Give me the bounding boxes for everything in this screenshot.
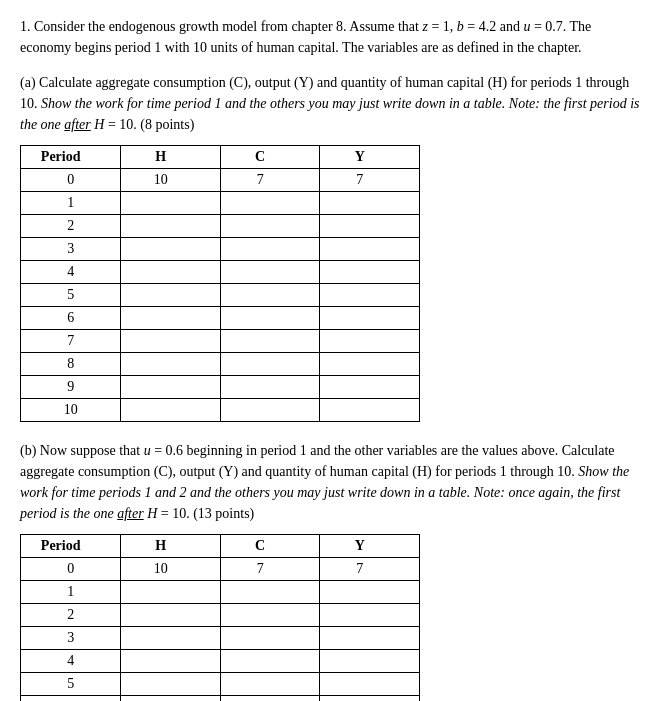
table-row: 7 — [21, 330, 420, 353]
cell-c: 7 — [220, 169, 320, 192]
cell-c — [220, 650, 320, 673]
table-row: 1 — [21, 192, 420, 215]
cell-y — [320, 192, 420, 215]
col-header-Y: Y — [320, 535, 420, 558]
col-header-H: H — [121, 535, 221, 558]
table-row: 4 — [21, 650, 420, 673]
cell-c — [220, 376, 320, 399]
cell-period: 3 — [21, 627, 121, 650]
cell-period: 2 — [21, 604, 121, 627]
part-a-table: Period H C Y 0107712345678910 — [20, 145, 420, 422]
cell-y — [320, 604, 420, 627]
col-header-period: Period — [21, 535, 121, 558]
cell-h — [121, 215, 221, 238]
cell-h — [121, 581, 221, 604]
cell-period: 4 — [21, 261, 121, 284]
col-header-H: H — [121, 146, 221, 169]
cell-h — [121, 673, 221, 696]
cell-period: 1 — [21, 581, 121, 604]
cell-y — [320, 284, 420, 307]
table-row: 6 — [21, 696, 420, 702]
cell-y — [320, 307, 420, 330]
table-row: 8 — [21, 353, 420, 376]
cell-period: 1 — [21, 192, 121, 215]
col-header-C: C — [220, 146, 320, 169]
table-row: 9 — [21, 376, 420, 399]
part-b-text: (b) Now suppose that u = 0.6 beginning i… — [20, 440, 643, 524]
part-b-table: Period H C Y 010771234567 — [20, 534, 420, 701]
cell-c — [220, 261, 320, 284]
col-header-period: Period — [21, 146, 121, 169]
table-row: 2 — [21, 215, 420, 238]
cell-h — [121, 696, 221, 702]
table-row: 2 — [21, 604, 420, 627]
col-header-C: C — [220, 535, 320, 558]
part-a-text: (a) Calculate aggregate consumption (C),… — [20, 72, 643, 135]
col-header-Y: Y — [320, 146, 420, 169]
cell-period: 3 — [21, 238, 121, 261]
table-row: 5 — [21, 284, 420, 307]
table-header-row: Period H C Y — [21, 535, 420, 558]
cell-period: 4 — [21, 650, 121, 673]
cell-c: 7 — [220, 558, 320, 581]
part-a-section: (a) Calculate aggregate consumption (C),… — [20, 72, 643, 422]
table-row: 01077 — [21, 558, 420, 581]
table-row: 1 — [21, 581, 420, 604]
cell-c — [220, 238, 320, 261]
table-row: 5 — [21, 673, 420, 696]
cell-h — [121, 238, 221, 261]
cell-y — [320, 399, 420, 422]
table-header-row: Period H C Y — [21, 146, 420, 169]
cell-c — [220, 284, 320, 307]
cell-y — [320, 673, 420, 696]
cell-h — [121, 627, 221, 650]
cell-period: 5 — [21, 673, 121, 696]
part-b-label: (b) Now suppose that u = 0.6 beginning i… — [20, 443, 629, 521]
table-row: 4 — [21, 261, 420, 284]
cell-h — [121, 399, 221, 422]
cell-period: 2 — [21, 215, 121, 238]
cell-c — [220, 353, 320, 376]
cell-y: 7 — [320, 169, 420, 192]
cell-y — [320, 376, 420, 399]
cell-y — [320, 238, 420, 261]
cell-period: 6 — [21, 307, 121, 330]
cell-c — [220, 581, 320, 604]
cell-y — [320, 353, 420, 376]
cell-h — [121, 284, 221, 307]
cell-y — [320, 215, 420, 238]
cell-y — [320, 696, 420, 702]
cell-c — [220, 192, 320, 215]
cell-h — [121, 261, 221, 284]
table-row: 3 — [21, 627, 420, 650]
cell-c — [220, 673, 320, 696]
cell-y — [320, 261, 420, 284]
cell-h — [121, 353, 221, 376]
cell-y — [320, 627, 420, 650]
cell-period: 6 — [21, 696, 121, 702]
cell-h — [121, 307, 221, 330]
cell-period: 0 — [21, 169, 121, 192]
cell-h — [121, 650, 221, 673]
cell-period: 0 — [21, 558, 121, 581]
cell-y: 7 — [320, 558, 420, 581]
cell-y — [320, 330, 420, 353]
problem-intro-text: Consider the endogenous growth model fro… — [20, 19, 591, 55]
cell-y — [320, 650, 420, 673]
table-row: 3 — [21, 238, 420, 261]
cell-c — [220, 399, 320, 422]
cell-h: 10 — [121, 558, 221, 581]
cell-c — [220, 307, 320, 330]
cell-c — [220, 215, 320, 238]
cell-h — [121, 192, 221, 215]
cell-period: 8 — [21, 353, 121, 376]
cell-c — [220, 696, 320, 702]
cell-c — [220, 330, 320, 353]
table-row: 10 — [21, 399, 420, 422]
problem-number: 1. — [20, 19, 31, 34]
part-b-section: (b) Now suppose that u = 0.6 beginning i… — [20, 440, 643, 701]
cell-period: 5 — [21, 284, 121, 307]
table-row: 6 — [21, 307, 420, 330]
cell-c — [220, 604, 320, 627]
part-a-label: (a) Calculate aggregate consumption (C),… — [20, 75, 639, 132]
